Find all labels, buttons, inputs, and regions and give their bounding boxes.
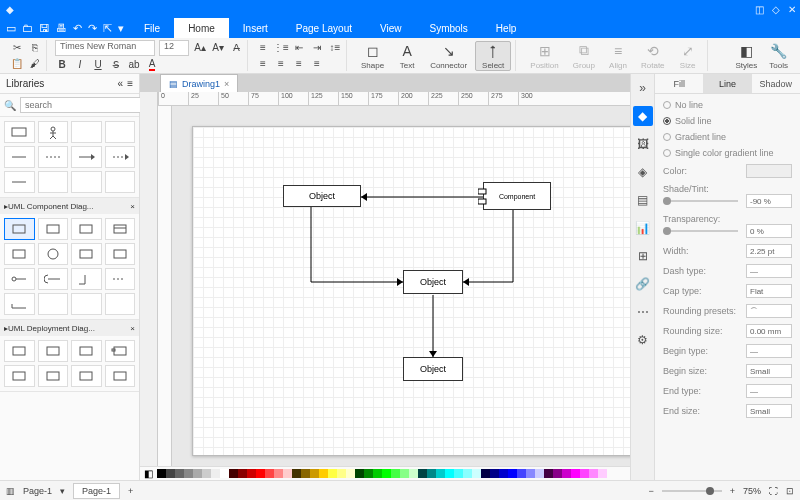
- color-swatch[interactable]: [319, 469, 328, 478]
- color-swatch[interactable]: [211, 469, 220, 478]
- line-spacing-icon[interactable]: ↕≡: [328, 41, 342, 55]
- opt-gradient-line[interactable]: Gradient line: [663, 132, 792, 142]
- color-swatch[interactable]: [418, 469, 427, 478]
- uml-dep-shape-5[interactable]: [4, 365, 35, 387]
- format-page-icon[interactable]: ▤: [633, 190, 653, 210]
- diagram-component[interactable]: Component: [483, 182, 551, 210]
- new-icon[interactable]: ▭: [6, 22, 16, 35]
- begin-type-select[interactable]: —: [746, 344, 792, 358]
- close-tab-icon[interactable]: ×: [224, 79, 229, 89]
- fullscreen-icon[interactable]: ⊡: [786, 486, 794, 496]
- shape-tool[interactable]: ◻Shape: [355, 42, 390, 70]
- format-settings-icon[interactable]: ⚙: [633, 330, 653, 350]
- strikethrough-icon[interactable]: S̶: [109, 58, 123, 72]
- uml-comp-shape-7[interactable]: [71, 243, 102, 265]
- color-swatch[interactable]: [454, 469, 463, 478]
- uml-comp-shape-14[interactable]: [38, 293, 69, 315]
- uml-comp-shape-16[interactable]: [105, 293, 136, 315]
- color-swatch[interactable]: [544, 469, 553, 478]
- color-swatch[interactable]: [382, 469, 391, 478]
- color-swatch[interactable]: [589, 469, 598, 478]
- add-page-icon[interactable]: +: [128, 486, 133, 496]
- format-table-icon[interactable]: ⊞: [633, 246, 653, 266]
- export-icon[interactable]: ⇱: [103, 22, 112, 35]
- color-swatch[interactable]: [364, 469, 373, 478]
- format-style-icon[interactable]: ◆: [633, 106, 653, 126]
- color-swatch[interactable]: [220, 469, 229, 478]
- color-swatch[interactable]: [256, 469, 265, 478]
- opt-single-color-gradient[interactable]: Single color gradient line: [663, 148, 792, 158]
- format-image-icon[interactable]: 🖼: [633, 134, 653, 154]
- font-color-icon[interactable]: A: [145, 58, 159, 72]
- uml-dep-shape-3[interactable]: [71, 340, 102, 362]
- uml-comp-shape-8[interactable]: [105, 243, 136, 265]
- menu-help[interactable]: Help: [482, 18, 531, 38]
- menu-page-layout[interactable]: Page Layout: [282, 18, 366, 38]
- uml-comp-shape-13[interactable]: [4, 293, 35, 315]
- page-select[interactable]: Page-1: [23, 486, 52, 496]
- position-tool[interactable]: ⊞Position: [524, 42, 564, 70]
- save-icon[interactable]: 🖫: [39, 22, 50, 34]
- color-swatch[interactable]: [157, 469, 166, 478]
- uml-comp-shape-9[interactable]: [4, 268, 35, 290]
- shape-line-1[interactable]: [4, 146, 35, 168]
- color-swatch[interactable]: [481, 469, 490, 478]
- color-swatch[interactable]: [409, 469, 418, 478]
- color-swatch[interactable]: [580, 469, 589, 478]
- shape-empty-2[interactable]: [105, 121, 136, 143]
- width-value[interactable]: 2.25 pt: [746, 244, 792, 258]
- paste-icon[interactable]: 📋: [10, 57, 24, 71]
- page-tab[interactable]: Page-1: [73, 483, 120, 499]
- uml-comp-shape-4[interactable]: [105, 218, 136, 240]
- shape-conn-3[interactable]: [71, 171, 102, 193]
- format-more-icon[interactable]: ⋯: [633, 302, 653, 322]
- font-size-select[interactable]: 12: [159, 40, 189, 56]
- styles-tool[interactable]: ◧Styles: [730, 42, 764, 70]
- menu-home[interactable]: Home: [174, 18, 229, 38]
- uml-dep-shape-8[interactable]: [105, 365, 136, 387]
- color-swatch[interactable]: [274, 469, 283, 478]
- color-swatch[interactable]: [175, 469, 184, 478]
- italic-icon[interactable]: I: [73, 58, 87, 72]
- opt-no-line[interactable]: No line: [663, 100, 792, 110]
- color-swatch[interactable]: [400, 469, 409, 478]
- shape-dash[interactable]: [38, 146, 69, 168]
- format-layers-icon[interactable]: ◈: [633, 162, 653, 182]
- begin-size-select[interactable]: Small: [746, 364, 792, 378]
- cut-icon[interactable]: ✂: [10, 41, 24, 55]
- indent-right-icon[interactable]: ⇥: [310, 41, 324, 55]
- diagram-object-3[interactable]: Object: [403, 357, 463, 381]
- help-icon[interactable]: ◫: [755, 4, 764, 15]
- uml-dep-shape-4[interactable]: [105, 340, 136, 362]
- color-swatch[interactable]: [391, 469, 400, 478]
- color-swatch[interactable]: [526, 469, 535, 478]
- justify-icon[interactable]: ≡: [310, 57, 324, 71]
- undo-icon[interactable]: ↶: [73, 22, 82, 35]
- zoom-in-icon[interactable]: +: [730, 486, 735, 496]
- round-size-value[interactable]: 0.00 mm: [746, 324, 792, 338]
- shade-value[interactable]: -90 %: [746, 194, 792, 208]
- uml-comp-shape-1[interactable]: [4, 218, 35, 240]
- color-swatch[interactable]: [472, 469, 481, 478]
- color-swatch[interactable]: [571, 469, 580, 478]
- text-tool[interactable]: AText: [392, 42, 422, 70]
- format-hyperlink-icon[interactable]: 🔗: [633, 274, 653, 294]
- shape-conn-2[interactable]: [38, 171, 69, 193]
- bold-icon[interactable]: B: [55, 58, 69, 72]
- bullets-icon[interactable]: ≡: [256, 41, 270, 55]
- numbering-icon[interactable]: ⋮≡: [274, 41, 288, 55]
- close-section-icon[interactable]: ×: [130, 324, 135, 333]
- color-swatch[interactable]: [301, 469, 310, 478]
- color-swatch[interactable]: [346, 469, 355, 478]
- menu-symbols[interactable]: Symbols: [416, 18, 482, 38]
- format-chart-icon[interactable]: 📊: [633, 218, 653, 238]
- diagram-object-1[interactable]: Object: [283, 185, 361, 207]
- tab-fill[interactable]: Fill: [655, 74, 703, 93]
- zoom-value[interactable]: 75%: [743, 486, 761, 496]
- uml-comp-shape-2[interactable]: [38, 218, 69, 240]
- uml-dep-shape-1[interactable]: [4, 340, 35, 362]
- color-swatch[interactable]: [337, 469, 346, 478]
- color-swatch[interactable]: [553, 469, 562, 478]
- color-swatch[interactable]: [166, 469, 175, 478]
- transparency-slider[interactable]: [663, 230, 738, 232]
